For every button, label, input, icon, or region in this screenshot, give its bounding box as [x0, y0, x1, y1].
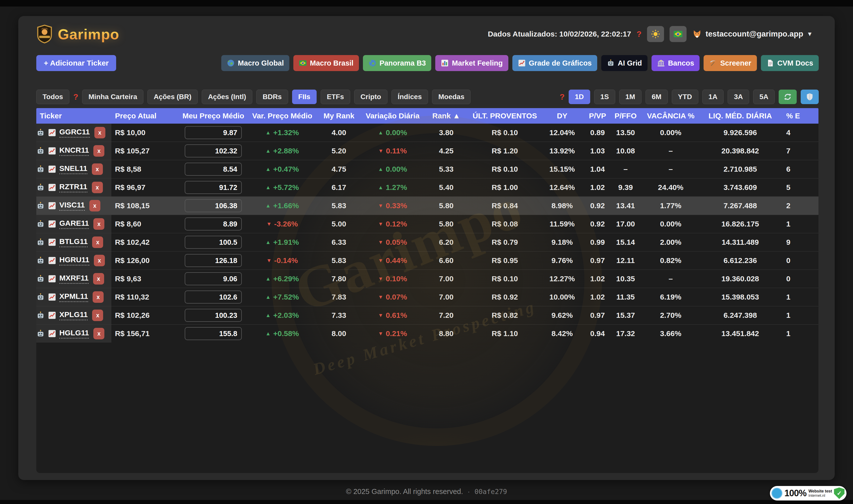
- robot-icon[interactable]: [36, 165, 45, 174]
- column-header-vac[interactable]: VACÂNCIA %: [640, 108, 701, 124]
- ticker-link[interactable]: KNCR11: [59, 146, 89, 156]
- robot-icon[interactable]: [36, 238, 45, 247]
- nav-button-macro-global[interactable]: Macro Global: [221, 55, 289, 71]
- remove-ticker-button[interactable]: x: [94, 127, 105, 138]
- tab-etfs[interactable]: ETFs: [321, 90, 350, 104]
- chart-icon[interactable]: [48, 165, 56, 174]
- theme-toggle-button[interactable]: [647, 26, 664, 42]
- chart-icon[interactable]: [48, 238, 56, 247]
- nav-button-ai-grid[interactable]: AI Grid: [601, 55, 648, 71]
- tab-a-es-intl-[interactable]: Ações (Intl): [202, 90, 252, 104]
- ticker-link[interactable]: GGRC11: [59, 128, 90, 138]
- robot-icon[interactable]: [36, 220, 45, 228]
- remove-ticker-button[interactable]: x: [92, 182, 103, 193]
- nav-button-cvm-docs[interactable]: CVM Docs: [761, 55, 819, 71]
- ticker-link[interactable]: SNEL11: [59, 164, 87, 174]
- chart-icon[interactable]: [48, 220, 56, 228]
- tab-todos[interactable]: Todos: [36, 90, 69, 104]
- internetnl-badge[interactable]: 100% Website test Internet.nl ✓: [770, 486, 847, 501]
- remove-ticker-button[interactable]: x: [93, 145, 104, 157]
- remove-ticker-button[interactable]: x: [93, 291, 104, 303]
- range-6m[interactable]: 6M: [646, 90, 668, 104]
- column-header-var_avg[interactable]: Var. Preço Médio: [249, 108, 316, 124]
- avg-price-input[interactable]: [185, 290, 242, 304]
- avg-price-input[interactable]: [185, 217, 242, 231]
- remove-ticker-button[interactable]: x: [92, 163, 103, 175]
- tab-a-es-br-[interactable]: Ações (BR): [147, 90, 198, 104]
- column-header-var_day[interactable]: Variação Diária: [362, 108, 423, 124]
- chart-icon[interactable]: [48, 311, 56, 320]
- range-5a[interactable]: 5A: [753, 90, 775, 104]
- avg-price-input[interactable]: [185, 181, 242, 194]
- range-ytd[interactable]: YTD: [672, 90, 698, 104]
- remove-ticker-button[interactable]: x: [92, 236, 103, 248]
- ticker-link[interactable]: BTLG11: [59, 237, 88, 247]
- avg-price-input[interactable]: [185, 144, 242, 157]
- ticker-link[interactable]: HGLG11: [59, 328, 89, 339]
- robot-icon[interactable]: [36, 293, 45, 301]
- avg-price-input[interactable]: [185, 236, 242, 249]
- remove-ticker-button[interactable]: x: [94, 255, 105, 266]
- add-ticker-button[interactable]: + Adicionar Ticker: [36, 55, 116, 71]
- column-header-preco[interactable]: Preço Atual: [112, 108, 178, 124]
- ranges-help-icon[interactable]: ?: [560, 92, 565, 102]
- avg-price-input[interactable]: [185, 272, 242, 285]
- robot-icon[interactable]: [36, 183, 45, 192]
- column-header-pffo[interactable]: P/FFO: [611, 108, 640, 124]
- nav-button-bancos[interactable]: Bancos: [652, 55, 700, 71]
- chart-icon[interactable]: [48, 293, 56, 301]
- ticker-link[interactable]: RZTR11: [59, 182, 87, 193]
- remove-ticker-button[interactable]: x: [93, 273, 104, 285]
- nav-button-screener[interactable]: Screener: [704, 55, 757, 71]
- tab-cripto[interactable]: Cripto: [354, 90, 387, 104]
- remove-ticker-button[interactable]: x: [93, 328, 104, 339]
- remove-ticker-button[interactable]: x: [89, 200, 101, 212]
- robot-icon[interactable]: [36, 128, 45, 137]
- chart-icon[interactable]: [48, 329, 56, 338]
- nav-button-panorama-b3[interactable]: Panorama B3: [363, 55, 431, 71]
- robot-icon[interactable]: [36, 256, 45, 265]
- range-1m[interactable]: 1M: [619, 90, 641, 104]
- robot-icon[interactable]: [36, 329, 45, 338]
- ticker-link[interactable]: HGRU11: [59, 255, 89, 266]
- chart-icon[interactable]: [48, 274, 56, 283]
- range-1d[interactable]: 1D: [569, 90, 590, 104]
- column-header-my_rank[interactable]: My Rank: [316, 108, 362, 124]
- nav-button-macro-brasil[interactable]: Macro Brasil: [293, 55, 359, 71]
- range-3a[interactable]: 3A: [728, 90, 749, 104]
- avg-price-input[interactable]: [185, 199, 242, 212]
- ticker-link[interactable]: XPLG11: [59, 310, 88, 320]
- ticker-link[interactable]: VISC11: [59, 201, 85, 211]
- column-header-prov[interactable]: ÚLT. PROVENTOS: [470, 108, 540, 124]
- column-header-rank[interactable]: Rank ▲: [423, 108, 469, 124]
- column-header-avg[interactable]: Meu Preço Médio: [178, 108, 249, 124]
- robot-icon[interactable]: [36, 147, 45, 155]
- language-button[interactable]: [670, 26, 687, 42]
- avg-price-input[interactable]: [185, 126, 242, 139]
- range-1s[interactable]: 1S: [594, 90, 615, 104]
- tab-fiis[interactable]: FIIs: [292, 90, 316, 104]
- avg-price-input[interactable]: [185, 163, 242, 176]
- chart-icon[interactable]: [48, 147, 56, 155]
- robot-icon[interactable]: [36, 274, 45, 283]
- column-header-pvp[interactable]: P/VP: [584, 108, 611, 124]
- tab-moedas[interactable]: Moedas: [432, 90, 471, 104]
- range-1a[interactable]: 1A: [702, 90, 724, 104]
- updated-help-icon[interactable]: ?: [636, 30, 641, 39]
- robot-icon[interactable]: [36, 201, 45, 210]
- account-menu[interactable]: testaccount@garimpo.app ▼: [692, 29, 813, 39]
- remove-ticker-button[interactable]: x: [92, 309, 103, 321]
- tab--ndices[interactable]: Índices: [392, 90, 428, 104]
- chart-icon[interactable]: [48, 201, 56, 210]
- column-header-last[interactable]: % E: [779, 108, 818, 124]
- tab-bdrs[interactable]: BDRs: [256, 90, 288, 104]
- shield-button[interactable]: [801, 90, 819, 104]
- column-header-ticker[interactable]: Ticker: [36, 108, 112, 124]
- tabs-help-icon[interactable]: ?: [73, 92, 78, 102]
- chart-icon[interactable]: [48, 183, 56, 192]
- chart-icon[interactable]: [48, 256, 56, 265]
- avg-price-input[interactable]: [185, 254, 242, 267]
- ticker-link[interactable]: MXRF11: [59, 274, 89, 284]
- column-header-liq[interactable]: LIQ. MÉD. DIÁRIA: [701, 108, 779, 124]
- nav-button-grade-de-gr-ficos[interactable]: Grade de Gráficos: [512, 55, 597, 71]
